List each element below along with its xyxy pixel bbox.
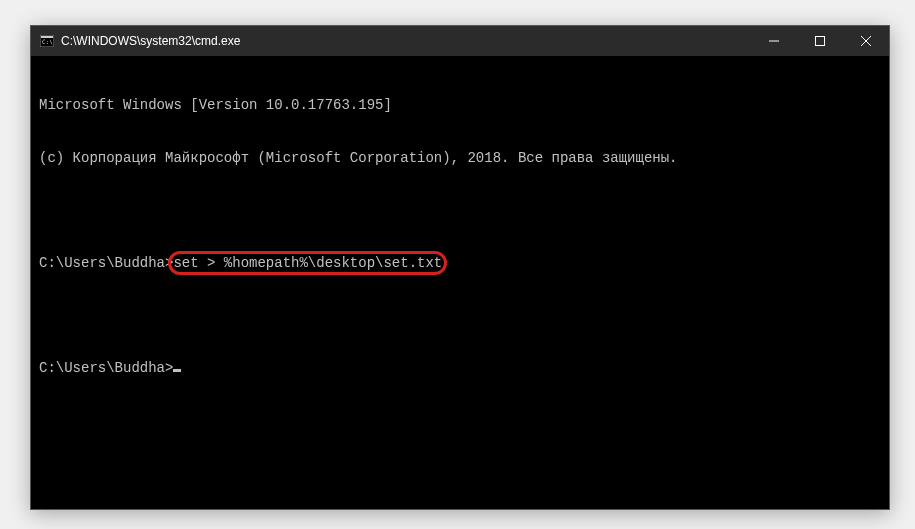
- prompt: C:\Users\Buddha>: [39, 255, 173, 273]
- minimize-button[interactable]: [751, 26, 797, 56]
- prompt: C:\Users\Buddha>: [39, 360, 173, 378]
- svg-rect-4: [816, 37, 825, 46]
- copyright-line: (c) Корпорация Майкрософт (Microsoft Cor…: [39, 150, 881, 168]
- command-line-2: C:\Users\Buddha>: [39, 360, 881, 378]
- titlebar[interactable]: C:\ C:\WINDOWS\system32\cmd.exe: [31, 26, 889, 56]
- blank-line: [39, 307, 881, 325]
- cmd-window: C:\ C:\WINDOWS\system32\cmd.exe Microsof…: [30, 25, 890, 510]
- maximize-button[interactable]: [797, 26, 843, 56]
- blank-line: [39, 202, 881, 220]
- cmd-icon: C:\: [39, 33, 55, 49]
- header-line: Microsoft Windows [Version 10.0.17763.19…: [39, 97, 881, 115]
- svg-text:C:\: C:\: [42, 38, 53, 45]
- command-line-1: C:\Users\Buddha>set > %homepath%\desktop…: [39, 255, 881, 273]
- command-text: set > %homepath%\desktop\set.txt: [173, 255, 442, 271]
- close-button[interactable]: [843, 26, 889, 56]
- terminal-output[interactable]: Microsoft Windows [Version 10.0.17763.19…: [31, 56, 889, 509]
- cursor: [173, 369, 181, 372]
- window-controls: [751, 26, 889, 56]
- window-title: C:\WINDOWS\system32\cmd.exe: [61, 34, 751, 48]
